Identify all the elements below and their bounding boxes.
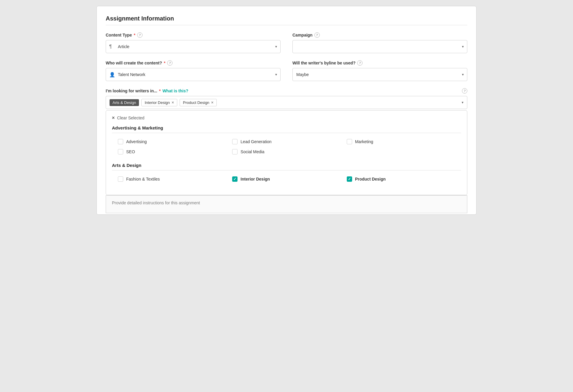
tag-product-design-remove[interactable]: × <box>211 100 213 105</box>
row-content-type-campaign: Content Type * ? ¶ Article Blog Post Vid… <box>106 32 467 53</box>
who-creates-label: Who will create the content? * ? <box>106 60 281 66</box>
tag-arts-design: Arts & Design <box>110 99 139 106</box>
campaign-help-icon[interactable]: ? <box>314 32 320 38</box>
checkbox-lead-generation-box <box>232 139 238 144</box>
checkbox-social-media-box <box>232 149 238 154</box>
content-type-select-wrapper: ¶ Article Blog Post Video Infographic ▾ <box>106 40 281 53</box>
clear-selected-label: Clear Selected <box>117 116 144 120</box>
who-creates-select-wrapper: 👤 Talent Network ▾ <box>106 68 281 81</box>
checkbox-marketing[interactable]: Marketing <box>347 139 455 144</box>
checkbox-marketing-label: Marketing <box>355 139 373 144</box>
tag-product-design-label: Product Design <box>183 100 209 105</box>
tag-interior-design-remove[interactable]: × <box>172 100 174 105</box>
content-type-label: Content Type * ? <box>106 32 281 38</box>
instructions-textarea[interactable] <box>106 195 467 213</box>
writers-in-tags-container[interactable]: Arts & Design Interior Design × Product … <box>106 96 467 109</box>
byline-help-icon[interactable]: ? <box>357 60 363 66</box>
assignment-form: Assignment Information Content Type * ? … <box>96 6 477 215</box>
tag-arts-design-label: Arts & Design <box>113 100 136 105</box>
checkbox-seo-label: SEO <box>126 149 135 154</box>
checkbox-fashion-textiles-label: Fashion & Textiles <box>126 177 160 181</box>
advertising-marketing-grid: Advertising Lead Generation Marketing <box>112 137 461 157</box>
checkbox-fashion-textiles[interactable]: Fashion & Textiles <box>118 176 226 182</box>
category-advertising-marketing: Advertising & Marketing Advertising Lead… <box>112 125 461 157</box>
writers-section: I'm looking for writers in... * What is … <box>106 88 467 195</box>
writers-in-required-star: * <box>159 88 161 93</box>
checkbox-advertising-box <box>118 139 123 144</box>
who-creates-required-star: * <box>164 61 165 65</box>
instructions-section <box>106 195 467 214</box>
tag-interior-design-label: Interior Design <box>145 100 170 105</box>
category-advertising-marketing-title: Advertising & Marketing <box>112 125 461 133</box>
byline-group: Will the writer's byline be used? ? Mayb… <box>292 60 467 81</box>
clear-selected-button[interactable]: × Clear Selected <box>112 115 461 121</box>
content-type-select[interactable]: Article Blog Post Video Infographic <box>106 40 281 53</box>
campaign-label: Campaign ? <box>292 32 467 38</box>
checkbox-social-media[interactable]: Social Media <box>232 149 341 154</box>
what-is-this-link[interactable]: What is this? <box>162 88 188 93</box>
category-arts-design-title: Arts & Design <box>112 163 461 170</box>
checkbox-social-media-label: Social Media <box>240 149 264 154</box>
row-who-creates-byline: Who will create the content? * ? 👤 Talen… <box>106 60 467 81</box>
checkbox-lead-generation-label: Lead Generation <box>240 139 271 144</box>
checkbox-interior-design-box <box>232 176 238 182</box>
campaign-select[interactable] <box>292 40 467 53</box>
required-star: * <box>134 33 135 37</box>
checkbox-fashion-textiles-box <box>118 176 123 182</box>
content-type-help-icon[interactable]: ? <box>137 32 143 38</box>
who-creates-select[interactable]: Talent Network <box>106 68 281 81</box>
checkbox-marketing-box <box>347 139 352 144</box>
arts-design-grid: Fashion & Textiles Interior Design Produ… <box>112 174 461 184</box>
checkbox-product-design-box <box>347 176 352 182</box>
byline-select-wrapper: Maybe Yes No ▾ <box>292 68 467 81</box>
writers-dropdown-panel: × Clear Selected Advertising & Marketing… <box>106 110 467 195</box>
category-arts-design: Arts & Design Fashion & Textiles Interio… <box>112 163 461 184</box>
tag-product-design: Product Design × <box>180 99 217 106</box>
checkbox-product-design[interactable]: Product Design <box>347 176 455 182</box>
content-type-group: Content Type * ? ¶ Article Blog Post Vid… <box>106 32 281 53</box>
campaign-group: Campaign ? ▾ <box>292 32 467 53</box>
writers-in-help-icon[interactable]: ? <box>462 88 467 94</box>
byline-label: Will the writer's byline be used? ? <box>292 60 467 66</box>
byline-select[interactable]: Maybe Yes No <box>292 68 467 81</box>
campaign-select-wrapper: ▾ <box>292 40 467 53</box>
writers-in-label: I'm looking for writers in... * What is … <box>106 88 467 94</box>
tags-dropdown-arrow-icon: ▾ <box>462 100 463 105</box>
checkbox-advertising-label: Advertising <box>126 139 147 144</box>
checkbox-interior-design[interactable]: Interior Design <box>232 176 341 182</box>
checkbox-seo[interactable]: SEO <box>118 149 226 154</box>
who-creates-group: Who will create the content? * ? 👤 Talen… <box>106 60 281 81</box>
checkbox-product-design-label: Product Design <box>355 177 386 181</box>
checkbox-interior-design-label: Interior Design <box>240 177 270 181</box>
who-creates-help-icon[interactable]: ? <box>167 60 172 66</box>
tag-interior-design: Interior Design × <box>141 99 177 106</box>
checkbox-seo-box <box>118 149 123 154</box>
checkbox-advertising[interactable]: Advertising <box>118 139 226 144</box>
dropdown-scroll-area[interactable]: × Clear Selected Advertising & Marketing… <box>106 110 467 195</box>
page-title: Assignment Information <box>106 15 467 25</box>
checkbox-lead-generation[interactable]: Lead Generation <box>232 139 341 144</box>
clear-x-icon: × <box>112 115 115 121</box>
